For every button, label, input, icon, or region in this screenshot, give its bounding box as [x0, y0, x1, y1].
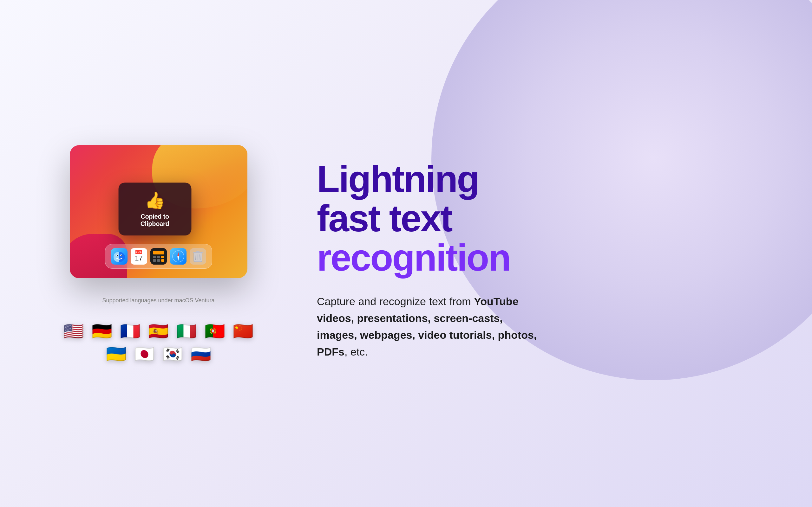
svg-point-4	[117, 255, 118, 256]
svg-rect-7	[153, 250, 164, 255]
notification-emoji: 👍	[145, 192, 165, 209]
flag-us: 🇺🇸	[63, 323, 84, 339]
mac-screenshot-window: 👍 Copied to Clipboard	[70, 145, 247, 278]
calculator-icon	[150, 248, 167, 265]
svg-point-18	[177, 256, 179, 257]
headline-line-2: fast text	[317, 199, 749, 238]
desc-bold-1: YouTube videos, presentations, screen-ca…	[317, 295, 537, 357]
dock-icon-calendar: JUL 17	[131, 248, 147, 265]
svg-point-5	[120, 255, 121, 256]
svg-rect-10	[161, 256, 164, 258]
left-section: 👍 Copied to Clipboard	[63, 145, 253, 362]
flag-jp: 🇯🇵	[134, 346, 155, 362]
safari-icon	[170, 248, 187, 265]
headline: Lightning fast text recognition	[317, 160, 749, 278]
svg-line-22	[196, 255, 196, 260]
dock-icon-calculator	[150, 248, 167, 265]
right-section: Lightning fast text recognition Capture …	[317, 147, 749, 360]
flag-ru: 🇷🇺	[191, 346, 211, 362]
svg-rect-12	[157, 259, 160, 262]
svg-rect-8	[153, 256, 156, 258]
headline-line-1: Lightning	[317, 160, 749, 199]
notification-popup: 👍 Copied to Clipboard	[118, 182, 191, 235]
dock-icon-finder	[111, 248, 128, 265]
notification-text: Copied to Clipboard	[126, 213, 183, 228]
finder-icon	[111, 248, 128, 265]
flag-it: 🇮🇹	[176, 323, 197, 339]
dock-icon-safari	[170, 248, 187, 265]
flag-ua: 🇺🇦	[106, 346, 126, 362]
calendar-day: 17	[135, 254, 142, 262]
dock-icon-trash	[190, 248, 206, 265]
flags-container: 🇺🇸 🇩🇪 🇫🇷 🇪🇸 🇮🇹 🇵🇹 🇨🇳 🇺🇦 🇯🇵 🇰🇷 🇷🇺	[63, 323, 253, 362]
supported-languages-label: Supported languages under macOS Ventura	[102, 297, 214, 304]
flag-pt: 🇵🇹	[205, 323, 225, 339]
dock: JUL 17	[105, 244, 212, 269]
svg-rect-21	[196, 250, 200, 252]
flag-fr: 🇫🇷	[120, 323, 141, 339]
flag-es: 🇪🇸	[148, 323, 169, 339]
flag-cn: 🇨🇳	[233, 323, 253, 339]
calendar-month: JUL	[136, 250, 142, 254]
svg-rect-9	[157, 256, 160, 258]
description: Capture and recognize text from YouTube …	[317, 293, 539, 360]
flags-row-1: 🇺🇸 🇩🇪 🇫🇷 🇪🇸 🇮🇹 🇵🇹 🇨🇳	[63, 323, 253, 339]
trash-icon	[193, 250, 203, 262]
flag-kr: 🇰🇷	[162, 346, 183, 362]
svg-rect-13	[161, 259, 164, 262]
flag-de: 🇩🇪	[92, 323, 112, 339]
main-container: 👍 Copied to Clipboard	[0, 0, 812, 507]
svg-rect-11	[153, 259, 156, 262]
flags-row-2: 🇺🇦 🇯🇵 🇰🇷 🇷🇺	[106, 346, 211, 362]
headline-line-3: recognition	[317, 238, 749, 278]
